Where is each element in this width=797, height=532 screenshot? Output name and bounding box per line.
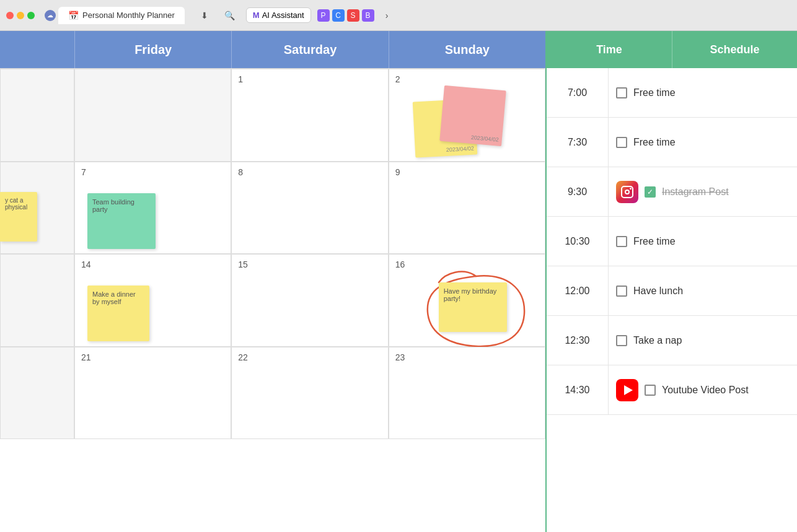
sticky-date: 2023/04/02 [446, 146, 474, 153]
day-header-saturday: Saturday [231, 31, 388, 68]
cal-cell-r1-sun[interactable]: 2 2023/04/02 2023/04/02 [389, 69, 545, 162]
calendar-side: y cat a physical Friday Saturday Sunday [0, 31, 545, 532]
day-header-empty [0, 31, 74, 68]
schedule-time-730: 7:30 [547, 118, 609, 167]
close-window-button[interactable] [6, 12, 14, 19]
sticky-note-birthday[interactable]: Have my birthday party! [439, 282, 507, 332]
day-header-friday: Friday [74, 31, 231, 68]
checkbox-700[interactable] [616, 87, 627, 98]
ig-inner [621, 186, 633, 198]
youtube-icon [616, 379, 638, 401]
day-number: 7 [81, 167, 86, 177]
ext-icon-s[interactable]: S [347, 9, 359, 22]
schedule-row-1200: 12:00 Have lunch [547, 266, 797, 316]
checkbox-930[interactable] [645, 186, 656, 198]
cal-cell-empty-r1[interactable] [0, 69, 74, 162]
schedule-row-1230: 12:30 Take a nap [547, 316, 797, 365]
cal-cell-r3-sat[interactable]: 15 [231, 254, 388, 347]
schedule-row-930: 9:30 Instagram Post [547, 167, 797, 217]
cal-cell-empty-r4[interactable] [0, 347, 74, 440]
schedule-time-1430: 14:30 [547, 365, 609, 414]
schedule-header: Time Schedule [547, 31, 797, 68]
checkbox-1430[interactable] [645, 385, 656, 396]
ext-icon-c[interactable]: C [332, 9, 345, 22]
instagram-icon [616, 181, 638, 203]
day-number: 14 [81, 259, 91, 269]
birthday-area: Have my birthday party! [420, 270, 532, 351]
sticky-note-partial[interactable]: y cat a physical [0, 192, 37, 242]
schedule-label-700: Free time [633, 87, 676, 98]
ai-btn-label: AI Assistant [262, 11, 304, 20]
day-number: 8 [238, 167, 243, 177]
schedule-label-730: Free time [633, 137, 676, 148]
tab-title: Personal Monthly Planner [82, 11, 175, 20]
sticky-note-green[interactable]: Team building party [87, 193, 156, 249]
schedule-content-930: Instagram Post [609, 167, 797, 216]
cal-cell-r2-sun[interactable]: 9 [389, 162, 545, 255]
checkbox-1230[interactable] [616, 335, 627, 346]
browser-tab[interactable]: 📅 Personal Monthly Planner [58, 7, 185, 24]
ext-icon-p[interactable]: P [317, 9, 330, 22]
day-header-sunday: Sunday [389, 31, 545, 68]
schedule-row-1430: 14:30 Youtube Video Post [547, 365, 797, 415]
schedule-side: Time Schedule 7:00 Free time 7:3 [545, 31, 797, 532]
day-number: 9 [395, 167, 400, 177]
ai-assistant-button[interactable]: M AI Assistant [246, 7, 311, 23]
ig-dot [630, 188, 632, 190]
schedule-label-1200: Have lunch [633, 286, 683, 297]
cal-cell-r4-fri[interactable]: 21 [74, 347, 231, 440]
sticky-text: Team building party [92, 198, 134, 213]
nav-forward-button[interactable]: › [381, 8, 394, 23]
cal-cell-empty-r3[interactable] [0, 254, 74, 347]
sticky-note-dinner[interactable]: Make a dinner by myself [87, 286, 149, 341]
day-number: 22 [238, 352, 248, 362]
day-headers: Friday Saturday Sunday [0, 31, 545, 68]
schedule-time-1200: 12:00 [547, 266, 609, 315]
schedule-content-1200: Have lunch [609, 266, 797, 315]
checkbox-730[interactable] [616, 137, 627, 148]
schedule-row-730: 7:30 Free time [547, 118, 797, 167]
search-button[interactable]: 🔍 [219, 8, 240, 23]
schedule-time-1030: 10:30 [547, 217, 609, 266]
schedule-content-700: Free time [609, 68, 797, 117]
schedule-header-time: Time [547, 31, 672, 68]
schedule-time-930: 9:30 [547, 167, 609, 216]
schedule-content-1030: Free time [609, 217, 797, 266]
cal-cell-r3-fri[interactable]: 14 Make a dinner by myself [74, 254, 231, 347]
maximize-window-button[interactable] [27, 12, 35, 19]
cal-cell-r3-sun[interactable]: 16 Have my birthday party! [389, 254, 545, 347]
extension-icons: P C S B [317, 9, 374, 22]
cal-cell-r1-fri[interactable] [74, 69, 231, 162]
schedule-label-930: Instagram Post [662, 186, 729, 198]
ext-icon-b[interactable]: B [362, 9, 374, 22]
day-number: 16 [395, 259, 405, 269]
checkbox-1200[interactable] [616, 286, 627, 297]
sticky-note-pink[interactable]: 2023/04/02 [439, 85, 506, 146]
cal-cell-r2-sat[interactable]: 8 [231, 162, 388, 255]
download-button[interactable]: ⬇ [196, 8, 213, 23]
schedule-label-1030: Free time [633, 236, 676, 247]
minimize-window-button[interactable] [17, 12, 24, 19]
day-number: 2 [395, 74, 400, 84]
schedule-label-1430: Youtube Video Post [662, 385, 749, 396]
day-number: 23 [395, 352, 405, 362]
cal-cell-r4-sat[interactable]: 22 [231, 347, 388, 440]
app-container: y cat a physical Friday Saturday Sunday [0, 31, 797, 532]
cal-cell-r1-sat[interactable]: 1 [231, 69, 388, 162]
day-number: 15 [238, 259, 248, 269]
browser-chrome: ☁ 📅 Personal Monthly Planner ⬇ 🔍 M AI As… [0, 0, 797, 31]
schedule-content-730: Free time [609, 118, 797, 167]
ig-circle [625, 190, 630, 194]
schedule-content-1230: Take a nap [609, 316, 797, 365]
tab-icon: 📅 [68, 11, 79, 20]
checkbox-1030[interactable] [616, 236, 627, 247]
schedule-rows: 7:00 Free time 7:30 Free time [547, 68, 797, 532]
schedule-row-700: 7:00 Free time [547, 68, 797, 118]
schedule-label-1230: Take a nap [633, 335, 682, 346]
cal-cell-r4-sun[interactable]: 23 [389, 347, 545, 440]
cal-cell-r2-fri[interactable]: 7 Team building party [74, 162, 231, 255]
day-number: 1 [238, 74, 243, 84]
sticky-date: 2023/04/02 [470, 134, 499, 143]
schedule-time-1230: 12:30 [547, 316, 609, 365]
day-number: 21 [81, 352, 91, 362]
